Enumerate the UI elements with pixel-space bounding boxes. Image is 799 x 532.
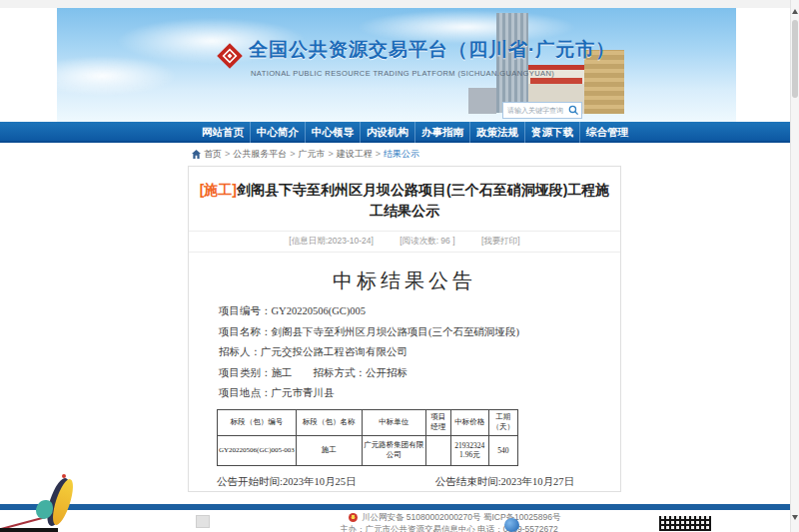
field-project-number: 项目编号：GY20220506(GC)005 [219, 301, 620, 322]
print-button[interactable]: [我要打印] [481, 236, 520, 246]
cell-project-manager [425, 435, 450, 465]
col-duration-days: 工期（天） [488, 409, 517, 435]
cell-bid-price: 219323241.96元 [450, 435, 488, 465]
building-image [468, 88, 496, 114]
decoration-black-bar [0, 528, 58, 532]
search-box[interactable] [502, 102, 582, 119]
platform-logo-icon [213, 38, 247, 78]
building-image [496, 13, 528, 113]
article-category-tag: [施工] [200, 182, 237, 198]
bid-result-table: 标段（包）编号 标段（包）名称 中标单位 项目经理 中标价格 工期（天） GY2… [217, 409, 518, 466]
breadcrumb-result-publicity: 结果公示 [384, 148, 419, 161]
col-project-manager: 项目经理 [425, 409, 450, 435]
home-icon [192, 150, 201, 159]
table-row: GY20220506(GC)005-003 施工 广元路桥集团有限公司 2193… [218, 435, 518, 465]
article-title-text: 剑阁县下寺至利州区月坝公路项目(三个石至硝洞垭段)工程施工结果公示 [237, 182, 609, 219]
site-banner: 全国公共资源交易平台（四川省·广元市） NATIONAL PUBLIC RESO… [57, 8, 736, 122]
table-header-row: 标段（包）编号 标段（包）名称 中标单位 项目经理 中标价格 工期（天） [218, 409, 518, 435]
col-section-name: 标段（包）名称 [296, 409, 362, 435]
search-icon[interactable] [568, 105, 579, 116]
footer-icp-record: 川公网安备 51080002000270号 蜀ICP备10025896号 [362, 512, 560, 524]
decoration-object [30, 476, 92, 532]
footer-image-placeholder [196, 515, 210, 528]
decoration-shape [62, 474, 66, 478]
nav-item-departments[interactable]: 内设机构 [361, 122, 415, 143]
breadcrumb-home[interactable]: 首页 [204, 148, 222, 161]
field-project-location: 项目地点：广元市青川县 [219, 383, 620, 404]
cloud-decoration [57, 56, 177, 96]
cell-winning-bidder: 广元路桥集团有限公司 [362, 435, 425, 465]
col-bid-price: 中标价格 [450, 409, 488, 435]
nav-item-guide[interactable]: 办事指南 [415, 122, 470, 143]
site-subtitle: NATIONAL PUBLIC RESOURCE TRADING PLATFOR… [251, 69, 554, 78]
field-tenderee: 招标人：广元交投公路工程咨询有限公司 [219, 342, 620, 363]
nav-item-downloads[interactable]: 资源下载 [525, 122, 580, 143]
meta-date: [信息日期:2023-10-24] [289, 236, 374, 246]
police-badge-icon [349, 513, 358, 522]
announcement-end-time: 公告结束时间:2023年10月27日 [435, 476, 574, 487]
col-winning-bidder: 中标单位 [362, 409, 425, 435]
meta-view-count: [阅读次数: 96 ] [400, 236, 454, 246]
qr-code [659, 516, 711, 531]
vertical-scrollbar[interactable] [790, 0, 799, 532]
col-section-number: 标段（包）编号 [218, 409, 297, 435]
announcement-card: [施工]剑阁县下寺至利州区月坝公路项目(三个石至硝洞垭段)工程施工结果公示 [信… [188, 166, 621, 492]
announcement-start-time: 公告开始时间:2023年10月25日 [217, 475, 432, 489]
search-input[interactable] [503, 107, 568, 114]
main-navbar: 网站首页 中心简介 中心领导 内设机构 办事指南 政策法规 资源下载 综合管理 [0, 122, 790, 143]
breadcrumb-separator: > [376, 149, 381, 159]
scroll-down-icon[interactable] [792, 515, 798, 520]
building-banner [530, 78, 582, 84]
breadcrumb-separator: > [290, 149, 295, 159]
article-title: [施工]剑阁县下寺至利州区月坝公路项目(三个石至硝洞垭段)工程施工结果公示 [197, 180, 612, 222]
cell-section-name: 施工 [296, 435, 362, 465]
field-project-category: 项目类别：施工 招标方式：公开招标 [219, 363, 620, 384]
nav-item-center-leaders[interactable]: 中心领导 [306, 122, 361, 143]
site-title: 全国公共资源交易平台（四川省·广元市） [249, 37, 615, 63]
nav-item-management[interactable]: 综合管理 [580, 122, 634, 143]
nav-item-home[interactable]: 网站首页 [196, 122, 251, 143]
project-fields: 项目编号：GY20220506(GC)005 项目名称：剑阁县下寺至利州区月坝公… [219, 301, 620, 404]
breadcrumb-public-service[interactable]: 公共服务平台 [233, 148, 287, 161]
footer: 川公网安备 51080002000270号 蜀ICP备10025896号 主办：… [0, 510, 790, 532]
breadcrumb-separator: > [225, 149, 230, 159]
cell-duration-days: 540 [488, 435, 517, 465]
announcement-times: 公告开始时间:2023年10月25日 公告结束时间:2023年10月27日 [217, 475, 620, 489]
cell-section-number: GY20220506(GC)005-003 [218, 435, 297, 465]
breadcrumb: 首页 > 公共服务平台 > 广元市 > 建设工程 > 结果公示 [192, 147, 419, 161]
browser-top-strip [0, 0, 790, 8]
nav-item-center-intro[interactable]: 中心简介 [251, 122, 306, 143]
scroll-up-icon[interactable] [792, 9, 798, 14]
article-meta-row: [信息日期:2023-10-24] [阅读次数: 96 ] [我要打印] [189, 231, 620, 253]
footer-host-info: 主办：广元市公共资源交易信息中心 电话：0839-5572672 [340, 524, 558, 532]
breadcrumb-separator: > [329, 149, 334, 159]
field-project-name: 项目名称：剑阁县下寺至利州区月坝公路项目(三个石至硝洞垭段) [219, 322, 620, 343]
notice-heading: 中标结果公告 [189, 267, 620, 294]
breadcrumb-construction[interactable]: 建设工程 [337, 148, 373, 161]
scrollbar-thumb[interactable] [792, 20, 798, 98]
footer-logo-icon [504, 518, 519, 532]
breadcrumb-city[interactable]: 广元市 [299, 148, 326, 161]
nav-item-policies[interactable]: 政策法规 [470, 122, 525, 143]
